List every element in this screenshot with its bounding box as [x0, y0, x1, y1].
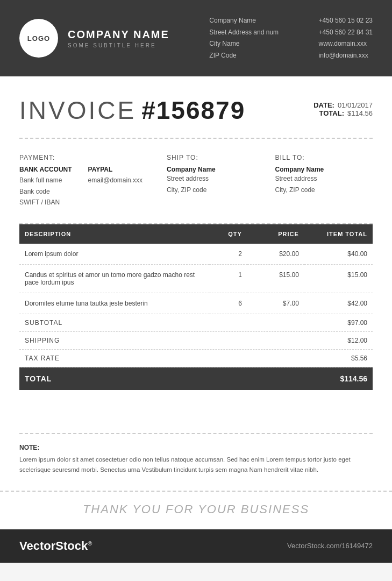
row-2-total: $15.00 — [304, 264, 373, 293]
row-3-desc: Doromites etume tuna tautka jeste bester… — [19, 293, 209, 314]
note-section: NOTE: Lorem ipsum dolor sit amet cosecte… — [0, 433, 392, 491]
payment-block: PAYMENT: BANK ACCOUNT Bank full name Ban… — [19, 154, 156, 208]
paypal-col: PAYPAL email@domain.xxx — [88, 166, 143, 208]
company-subtitle: SOME SUBTITLE HERE — [68, 42, 169, 48]
row-2-qty: 1 — [209, 264, 247, 293]
ship-to-address: Company Name Street address City, ZIP co… — [167, 166, 264, 195]
ship-to-line-2: City, ZIP code — [167, 185, 264, 195]
payment-columns: BANK ACCOUNT Bank full name Bank code SW… — [19, 166, 156, 208]
contact-line-1: +450 560 15 02 23 — [319, 15, 373, 27]
row-1-qty: 2 — [209, 244, 247, 265]
header: LOGO COMPANY NAME SOME SUBTITLE HERE Com… — [0, 0, 392, 76]
total-row: TOTAL: $114.56 — [313, 109, 373, 117]
thankyou-text: THANK YOU FOR YOUR BUSINESS — [19, 502, 373, 516]
bank-line-2: Bank code — [19, 186, 72, 197]
total-value: $114.56 — [347, 109, 373, 117]
bank-title: BANK ACCOUNT — [19, 166, 72, 173]
thankyou-section: THANK YOU FOR YOUR BUSINESS — [0, 491, 392, 529]
ship-to-label: SHIP TO: — [167, 154, 264, 161]
table-row: Doromites etume tuna tautka jeste bester… — [19, 293, 373, 314]
contact-line-4: info@domain.xxx — [319, 50, 373, 62]
bank-line-1: Bank full name — [19, 175, 72, 186]
date-row: DATE: 01/01/2017 — [313, 101, 373, 109]
bill-to-address: Company Name Street address City, ZIP co… — [275, 166, 373, 195]
table-row: Lorem ipsum dolor 2 $20.00 $40.00 — [19, 244, 373, 265]
addr-line-4: ZIP Code — [209, 50, 279, 62]
brand-super: ® — [88, 540, 92, 546]
note-text: Lorem ipsum dolor sit amet cosectetuer o… — [19, 455, 373, 476]
subtotal-row: SUBTOTAL $97.00 — [19, 314, 373, 332]
invoice-number: #156879 — [141, 96, 245, 125]
ship-to-line-1: Street address — [167, 173, 264, 184]
col-header-price: PRICE — [247, 224, 304, 244]
items-table: DESCRIPTION QTY PRICE ITEM TOTAL Lorem i… — [19, 224, 373, 314]
ship-to-name: Company Name — [167, 166, 264, 173]
brand-regular: Vector — [19, 539, 55, 552]
company-name: COMPANY NAME — [68, 29, 169, 41]
shipping-row: SHIPPING $12.00 — [19, 332, 373, 350]
payment-label: PAYMENT: — [19, 154, 156, 161]
bill-to-line-2: City, ZIP code — [275, 185, 373, 195]
table-header: DESCRIPTION QTY PRICE ITEM TOTAL — [19, 224, 373, 244]
footer-brand: VectorStock® — [19, 539, 92, 553]
total-final-label: TOTAL — [25, 374, 52, 383]
bank-col: BANK ACCOUNT Bank full name Bank code SW… — [19, 166, 72, 208]
date-label: DATE: — [313, 101, 334, 109]
header-address: Company Name Street Address and num City… — [209, 15, 279, 61]
row-3-qty: 6 — [209, 293, 247, 314]
subtotal-label: SUBTOTAL — [25, 319, 62, 327]
logo-text: LOGO — [27, 34, 50, 42]
note-label: NOTE: — [19, 444, 373, 451]
invoice-word: INVOICE — [19, 96, 136, 125]
invoice-title: INVOICE #156879 — [19, 96, 245, 125]
note-divider — [19, 433, 373, 434]
paypal-title: PAYPAL — [88, 166, 143, 173]
row-3-price: $7.00 — [247, 293, 304, 314]
total-label: TOTAL: — [319, 109, 344, 117]
date-value: 01/01/2017 — [338, 101, 373, 109]
invoice-meta: DATE: 01/01/2017 TOTAL: $114.56 — [313, 96, 373, 117]
col-header-description: DESCRIPTION — [19, 224, 209, 244]
company-name-block: COMPANY NAME SOME SUBTITLE HERE — [68, 29, 169, 48]
total-final-row: TOTAL $114.56 — [19, 367, 373, 390]
contact-line-3: www.domain.xxx — [319, 38, 373, 50]
row-1-price: $20.00 — [247, 244, 304, 265]
row-1-desc: Lorem ipsum dolor — [19, 244, 209, 265]
bank-line-3: SWIFT / IBAN — [19, 197, 72, 208]
addr-line-1: Company Name — [209, 15, 279, 27]
tax-row: TAX RATE $5.56 — [19, 350, 373, 367]
col-header-item-total: ITEM TOTAL — [304, 224, 373, 244]
table-body: Lorem ipsum dolor 2 $20.00 $40.00 Candus… — [19, 244, 373, 314]
addr-line-3: City Name — [209, 38, 279, 50]
header-left: LOGO COMPANY NAME SOME SUBTITLE HERE — [19, 19, 169, 58]
bill-to-block: BILL TO: Company Name Street address Cit… — [275, 154, 373, 208]
spacer — [19, 390, 373, 433]
paypal-line: email@domain.xxx — [88, 175, 143, 186]
footer: VectorStock® VectorStock.com/16149472 — [0, 529, 392, 563]
bill-to-line-1: Street address — [275, 173, 373, 184]
tax-value: $5.56 — [351, 355, 367, 362]
bill-to-name: Company Name — [275, 166, 373, 173]
row-2-desc: Candus et spiritus et amor un tomo more … — [19, 264, 209, 293]
bill-to-label: BILL TO: — [275, 154, 373, 161]
invoice-title-row: INVOICE #156879 DATE: 01/01/2017 TOTAL: … — [19, 96, 373, 139]
logo: LOGO — [19, 19, 58, 58]
tax-label: TAX RATE — [25, 355, 60, 362]
row-1-total: $40.00 — [304, 244, 373, 265]
addr-line-2: Street Address and num — [209, 27, 279, 39]
row-3-total: $42.00 — [304, 293, 373, 314]
shipping-value: $12.00 — [347, 337, 367, 344]
ship-to-block: SHIP TO: Company Name Street address Cit… — [167, 154, 264, 208]
row-2-price: $15.00 — [247, 264, 304, 293]
col-header-qty: QTY — [209, 224, 247, 244]
total-final-value: $114.56 — [340, 374, 367, 383]
info-section: PAYMENT: BANK ACCOUNT Bank full name Ban… — [19, 139, 373, 224]
contact-line-2: +450 560 22 84 31 — [319, 27, 373, 39]
footer-url: VectorStock.com/16149472 — [287, 542, 373, 550]
totals-section: SUBTOTAL $97.00 SHIPPING $12.00 TAX RATE… — [19, 314, 373, 390]
table-row: Candus et spiritus et amor un tomo more … — [19, 264, 373, 293]
brand-bold: Stock — [55, 539, 88, 552]
subtotal-value: $97.00 — [347, 319, 367, 327]
header-contact: +450 560 15 02 23 +450 560 22 84 31 www.… — [319, 15, 373, 61]
main-content: INVOICE #156879 DATE: 01/01/2017 TOTAL: … — [0, 76, 392, 433]
